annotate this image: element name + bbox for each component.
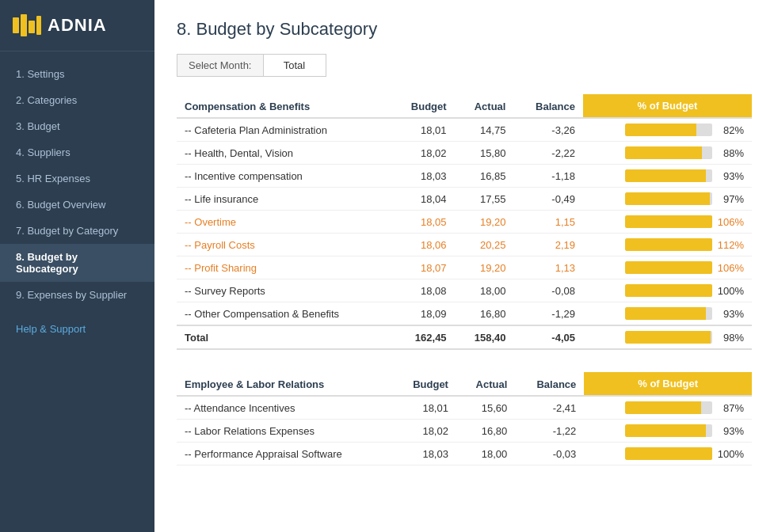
row-balance: 2,19 [513, 234, 583, 256]
row-actual: 19,20 [455, 256, 514, 279]
pct-cell: 97% [583, 188, 752, 211]
row-label: -- Performance Appraisal Software [177, 443, 392, 466]
table-row: -- Profit Sharing18,0719,201,13106% [177, 256, 752, 279]
col-actual-2: Actual [456, 372, 515, 396]
main-content: 8. Budget by Subcategory Select Month: T… [154, 0, 774, 532]
employee-table: Employee & Labor Relations Budget Actual… [177, 372, 752, 466]
select-month-value[interactable]: Total [263, 54, 326, 77]
row-budget: 18,03 [392, 443, 456, 466]
sidebar-item-hr-expenses[interactable]: 5. HR Expenses [0, 165, 154, 192]
sidebar-item-categories[interactable]: 2. Categories [0, 87, 154, 113]
col-balance-1: Balance [513, 94, 583, 118]
sidebar-item-suppliers[interactable]: 4. Suppliers [0, 139, 154, 165]
pct-label: 87% [717, 402, 744, 414]
logo-area: ADNIA [0, 0, 154, 51]
row-balance: 1,15 [513, 211, 583, 234]
sidebar-item-help[interactable]: Help & Support [0, 316, 154, 342]
table-row: -- Other Compensation & Benefits18,0916,… [177, 302, 752, 326]
row-budget: 18,09 [390, 302, 454, 326]
pct-cell: 106% [583, 211, 752, 234]
compensation-table: Compensation & Benefits Budget Actual Ba… [177, 94, 752, 350]
sidebar-item-budget-subcategory[interactable]: 8. Budget by Subcategory [0, 244, 154, 282]
total-budget: 162,45 [390, 325, 454, 349]
section-header-comp: Compensation & Benefits [177, 94, 390, 118]
pct-cell: 106% [583, 256, 752, 279]
pct-label: 88% [717, 147, 744, 159]
col-pct-2: % of Budget [584, 372, 752, 396]
sidebar: ADNIA 1. Settings 2. Categories 3. Budge… [0, 0, 154, 532]
row-label: -- Labor Relations Expenses [177, 420, 392, 443]
table-row: -- Incentive compensation18,0316,85-1,18… [177, 165, 752, 188]
table-row: -- Survey Reports18,0818,00-0,08100% [177, 279, 752, 302]
row-balance: -0,03 [515, 443, 584, 466]
table-row: -- Life insurance18,0417,55-0,4997% [177, 188, 752, 211]
row-label: -- Health, Dental, Vision [177, 142, 390, 165]
row-label: -- Profit Sharing [177, 256, 390, 279]
logo-text: ADNIA [48, 15, 107, 36]
row-actual: 15,60 [456, 396, 515, 420]
row-actual: 18,00 [455, 279, 514, 302]
row-balance: -3,26 [513, 118, 583, 142]
row-balance: -1,29 [513, 302, 583, 326]
row-actual: 16,80 [455, 302, 514, 326]
row-budget: 18,04 [390, 188, 454, 211]
row-label: -- Payroll Costs [177, 234, 390, 256]
pct-label: 97% [717, 193, 744, 205]
pct-cell: 100% [584, 443, 752, 466]
row-balance: -0,49 [513, 188, 583, 211]
row-budget: 18,01 [392, 396, 456, 420]
row-label: -- Incentive compensation [177, 165, 390, 188]
table-row: -- Cafeteria Plan Administration18,0114,… [177, 118, 752, 142]
pct-label: 82% [717, 124, 744, 136]
row-budget: 18,02 [390, 142, 454, 165]
pct-label: 93% [717, 308, 744, 320]
row-actual: 15,80 [455, 142, 514, 165]
row-label: -- Attendance Incentives [177, 396, 392, 420]
col-budget-1: Budget [390, 94, 454, 118]
total-row: Total162,45158,40-4,0598% [177, 325, 752, 349]
total-label: Total [177, 325, 390, 349]
col-actual-1: Actual [455, 94, 514, 118]
pct-cell: 87% [584, 396, 752, 420]
sidebar-item-expenses-supplier[interactable]: 9. Expenses by Supplier [0, 282, 154, 308]
row-label: -- Other Compensation & Benefits [177, 302, 390, 326]
table-row: -- Labor Relations Expenses18,0216,80-1,… [177, 420, 752, 443]
pct-label: 93% [717, 425, 744, 437]
row-balance: -1,18 [513, 165, 583, 188]
pct-label: 98% [717, 332, 744, 344]
pct-cell: 82% [583, 118, 752, 142]
pct-cell: 112% [583, 234, 752, 256]
col-pct-1: % of Budget [583, 94, 752, 118]
sidebar-item-budget-category[interactable]: 7. Budget by Category [0, 218, 154, 244]
row-actual: 17,55 [455, 188, 514, 211]
svg-rect-1 [21, 14, 27, 36]
page-title: 8. Budget by Subcategory [177, 19, 752, 40]
logo-icon [13, 14, 41, 36]
pct-cell: 93% [583, 165, 752, 188]
pct-label: 106% [717, 216, 744, 228]
row-label: -- Survey Reports [177, 279, 390, 302]
sidebar-item-settings[interactable]: 1. Settings [0, 61, 154, 87]
row-budget: 18,02 [392, 420, 456, 443]
sidebar-item-budget[interactable]: 3. Budget [0, 113, 154, 139]
row-label: -- Life insurance [177, 188, 390, 211]
sidebar-nav: 1. Settings 2. Categories 3. Budget 4. S… [0, 51, 154, 532]
section-header-emp: Employee & Labor Relations [177, 372, 392, 396]
table-row: -- Overtime18,0519,201,15106% [177, 211, 752, 234]
pct-cell: 98% [583, 325, 752, 349]
row-budget: 18,05 [390, 211, 454, 234]
row-actual: 14,75 [455, 118, 514, 142]
pct-label: 106% [717, 262, 744, 274]
svg-rect-3 [36, 16, 41, 35]
row-balance: -0,08 [513, 279, 583, 302]
pct-cell: 93% [584, 420, 752, 443]
pct-label: 100% [717, 448, 744, 460]
row-budget: 18,06 [390, 234, 454, 256]
row-budget: 18,03 [390, 165, 454, 188]
table-row: -- Attendance Incentives18,0115,60-2,418… [177, 396, 752, 420]
sidebar-item-budget-overview[interactable]: 6. Budget Overview [0, 192, 154, 218]
svg-rect-2 [29, 21, 35, 33]
select-month-label: Select Month: [177, 54, 263, 77]
row-balance: -1,22 [515, 420, 584, 443]
row-budget: 18,08 [390, 279, 454, 302]
